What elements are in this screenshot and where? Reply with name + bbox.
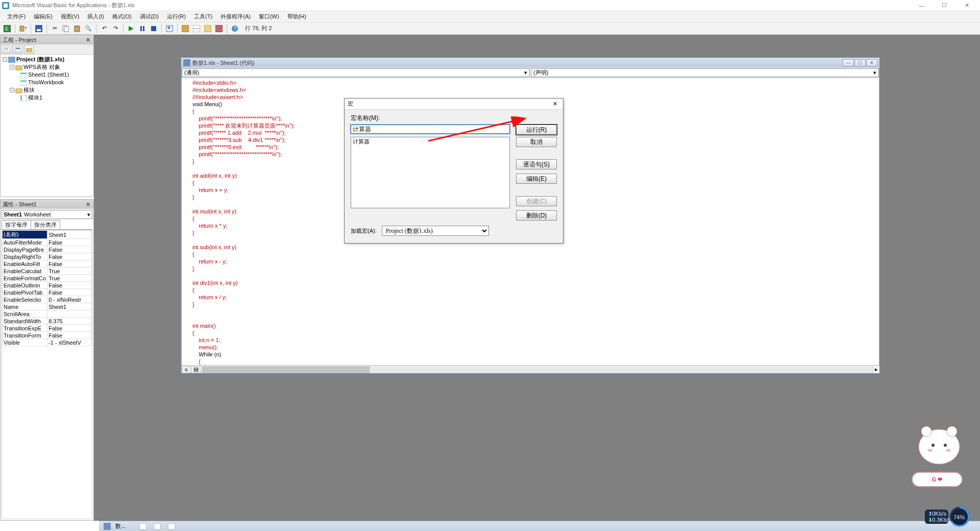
menu-addins[interactable]: 外接程序(A) xyxy=(216,12,255,21)
macros-in-select[interactable]: Project (数据1.xls) xyxy=(382,226,489,236)
taskbar-sheet-icon1[interactable] xyxy=(137,522,149,530)
macro-dialog-titlebar[interactable]: 宏 ✕ xyxy=(345,99,563,110)
menu-insert[interactable]: 插入(I) xyxy=(83,12,108,21)
window-minimize-button[interactable]: — xyxy=(911,0,933,11)
tb-find-icon[interactable]: 🔍 xyxy=(83,23,93,34)
tb-object-browser-icon[interactable] xyxy=(203,23,213,34)
properties-panel-header[interactable]: 属性 - Sheet1 ✕ xyxy=(1,200,93,209)
property-row[interactable]: EnableCalculatTrue xyxy=(3,268,92,275)
tree-thisworkbook[interactable]: ThisWorkbook xyxy=(28,79,64,86)
cancel-button[interactable]: 取消 xyxy=(516,137,557,147)
properties-grid[interactable]: (名称)Sheet1AutoFilterModeFalseDisplayPage… xyxy=(2,230,92,519)
run-button[interactable]: 运行(R) xyxy=(516,125,557,135)
property-row[interactable]: DisplayPageBreFalse xyxy=(3,246,92,253)
property-row[interactable]: Visible-1 - xlSheetV xyxy=(3,339,92,346)
properties-panel: 属性 - Sheet1 ✕ Sheet1 Worksheet ▾ 按字母序 按分… xyxy=(0,199,94,521)
view-code-icon[interactable] xyxy=(2,45,12,54)
code-window-maximize-button[interactable]: ☐ xyxy=(854,59,866,66)
menu-format[interactable]: 格式(O) xyxy=(108,12,136,21)
taskbar-doc-label[interactable]: 数... xyxy=(115,522,126,530)
tree-wps-objects-folder[interactable]: WPS表格 对象 xyxy=(23,63,60,71)
tb-run-icon[interactable] xyxy=(126,23,136,34)
macro-list[interactable]: 计算器 xyxy=(351,137,510,208)
tb-properties-window-icon[interactable] xyxy=(191,23,202,34)
procedure-combobox[interactable]: (声明)▾ xyxy=(531,68,879,77)
horizontal-scrollbar[interactable] xyxy=(202,366,872,373)
tb-undo-icon[interactable]: ↶ xyxy=(99,23,109,34)
object-combobox[interactable]: (通用)▾ xyxy=(182,68,530,77)
tb-insert-dropdown[interactable] xyxy=(18,23,28,34)
scroll-right-icon[interactable]: ▸ xyxy=(872,366,879,373)
tb-redo-icon[interactable]: ↷ xyxy=(110,23,120,34)
menu-file[interactable]: 文件(F) xyxy=(3,12,30,21)
menu-edit[interactable]: 编辑(E) xyxy=(30,12,57,21)
menu-tools[interactable]: 工具(T) xyxy=(190,12,216,21)
window-close-button[interactable]: ✕ xyxy=(955,0,978,11)
svg-rect-14 xyxy=(143,26,144,31)
project-panel-close-icon[interactable]: ✕ xyxy=(84,36,91,43)
window-maximize-button[interactable]: ☐ xyxy=(933,0,955,11)
tab-alphabetic[interactable]: 按字母序 xyxy=(2,220,31,229)
tb-cut-icon[interactable]: ✂ xyxy=(50,23,60,34)
tb-copy-icon[interactable] xyxy=(61,23,71,34)
macro-dialog-close-icon[interactable]: ✕ xyxy=(550,100,560,109)
property-row[interactable]: EnablePivotTabFalse xyxy=(3,289,92,296)
property-row[interactable]: TransitionFormFalse xyxy=(3,332,92,339)
property-row[interactable]: DisplayRightToFalse xyxy=(3,253,92,260)
properties-tabs: 按字母序 按分类序 xyxy=(2,220,92,230)
properties-object-selector[interactable]: Sheet1 Worksheet ▾ xyxy=(2,210,92,219)
macro-name-input[interactable] xyxy=(351,125,510,134)
tab-categorized[interactable]: 按分类序 xyxy=(31,220,60,229)
menu-debug[interactable]: 调试(D) xyxy=(136,12,163,21)
property-row[interactable]: (名称)Sheet1 xyxy=(3,231,92,239)
tree-module1[interactable]: 模块1 xyxy=(28,94,42,102)
svg-point-49 xyxy=(946,449,951,452)
tb-toolbox-icon[interactable] xyxy=(214,23,224,34)
menu-help[interactable]: 帮助(H) xyxy=(283,12,310,21)
taskbar-sheet-icon3[interactable] xyxy=(165,522,178,530)
property-row[interactable]: EnableAutoFiltFalse xyxy=(3,260,92,268)
property-row[interactable]: EnableSelectio0 - xlNoRestr xyxy=(3,296,92,303)
toggle-folders-icon[interactable] xyxy=(24,45,34,54)
tb-reset-icon[interactable] xyxy=(149,23,159,34)
vba-app-icon xyxy=(2,2,9,9)
edit-button[interactable]: 编辑(E) xyxy=(516,174,557,184)
step-into-button[interactable]: 逐语句(S) xyxy=(516,159,557,170)
property-row[interactable]: AutoFilterModeFalse xyxy=(3,239,92,246)
tree-project-root[interactable]: Project (数据1.xls) xyxy=(16,56,64,63)
tb-view-excel-icon[interactable]: E xyxy=(2,23,12,34)
menu-window[interactable]: 窗口(W) xyxy=(255,12,283,21)
procedure-view-icon[interactable]: ≡ xyxy=(182,366,191,373)
tb-save-icon[interactable] xyxy=(34,23,44,34)
full-module-view-icon[interactable]: ▤ xyxy=(191,366,201,373)
menu-view[interactable]: 视图(V) xyxy=(57,12,84,21)
tree-sheet1[interactable]: Sheet1 (Sheet1) xyxy=(28,71,69,79)
code-window-close-button[interactable]: ✕ xyxy=(866,59,877,66)
macro-list-item[interactable]: 计算器 xyxy=(353,138,508,146)
tb-break-icon[interactable] xyxy=(137,23,148,34)
tb-help-icon[interactable]: ? xyxy=(230,23,240,34)
property-row[interactable]: EnableFormatCoTrue xyxy=(3,275,92,282)
tree-modules-folder[interactable]: 模块 xyxy=(23,86,35,94)
property-row[interactable]: StandardWidth8.375 xyxy=(3,318,92,325)
property-row[interactable]: EnableOutlininFalse xyxy=(3,282,92,289)
taskbar-sheet-icon2[interactable] xyxy=(151,522,163,530)
code-window-minimize-button[interactable]: — xyxy=(843,59,854,66)
property-row[interactable]: NameSheet1 xyxy=(3,303,92,310)
delete-button[interactable]: 删除(D) xyxy=(516,210,557,221)
svg-marker-12 xyxy=(129,26,134,31)
taskbar-doc-icon[interactable] xyxy=(101,522,113,530)
view-object-icon[interactable] xyxy=(13,45,23,54)
create-button[interactable]: 创建(C) xyxy=(516,196,557,206)
tb-project-explorer-icon[interactable] xyxy=(180,23,190,34)
code-window-titlebar[interactable]: 数据1.xls - Sheet1 (代码) — ☐ ✕ xyxy=(181,58,879,68)
tb-design-mode-icon[interactable] xyxy=(164,23,175,34)
scrollbar-thumb[interactable] xyxy=(202,366,370,373)
project-panel-header[interactable]: 工程 - Project ✕ xyxy=(1,35,93,44)
project-tree[interactable]: −Project (数据1.xls) −WPS表格 对象 Sheet1 (She… xyxy=(1,55,93,103)
menu-run[interactable]: 运行(R) xyxy=(163,12,190,21)
property-row[interactable]: ScrollArea xyxy=(3,310,92,318)
property-row[interactable]: TransitionExpEFalse xyxy=(3,325,92,332)
properties-panel-close-icon[interactable]: ✕ xyxy=(84,201,91,208)
tb-paste-icon[interactable] xyxy=(72,23,82,34)
